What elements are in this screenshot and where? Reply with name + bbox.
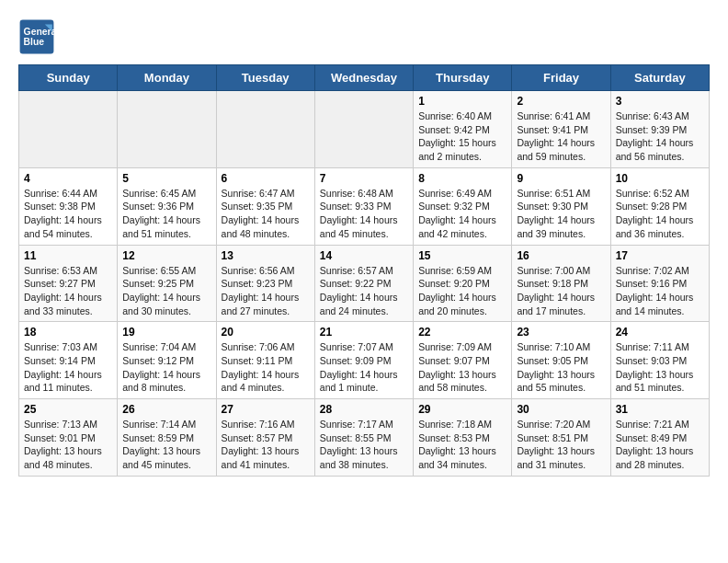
day-number: 23: [517, 326, 605, 339]
calendar-cell: 13Sunrise: 6:56 AM Sunset: 9:23 PM Dayli…: [216, 245, 314, 322]
calendar-cell: 25Sunrise: 7:13 AM Sunset: 9:01 PM Dayli…: [19, 399, 118, 477]
day-number: 25: [24, 403, 112, 416]
day-info: Sunrise: 6:52 AM Sunset: 9:28 PM Dayligh…: [616, 187, 704, 241]
day-info: Sunrise: 7:20 AM Sunset: 8:51 PM Dayligh…: [517, 418, 605, 472]
day-number: 17: [616, 249, 704, 262]
day-number: 13: [222, 249, 310, 262]
calendar-cell: 27Sunrise: 7:16 AM Sunset: 8:57 PM Dayli…: [216, 399, 314, 477]
calendar-cell: [19, 91, 118, 168]
day-number: 5: [122, 172, 210, 185]
weekday-header-tuesday: Tuesday: [216, 65, 314, 91]
day-number: 19: [122, 326, 210, 339]
calendar-cell: 8Sunrise: 6:49 AM Sunset: 9:32 PM Daylig…: [414, 167, 512, 245]
day-number: 3: [616, 95, 704, 108]
calendar-week-5: 25Sunrise: 7:13 AM Sunset: 9:01 PM Dayli…: [19, 399, 710, 477]
calendar-cell: 4Sunrise: 6:44 AM Sunset: 9:38 PM Daylig…: [19, 167, 118, 245]
calendar-cell: 17Sunrise: 7:02 AM Sunset: 9:16 PM Dayli…: [610, 245, 709, 322]
calendar-week-3: 11Sunrise: 6:53 AM Sunset: 9:27 PM Dayli…: [19, 245, 710, 322]
day-number: 20: [222, 326, 310, 339]
day-number: 12: [122, 249, 210, 262]
day-info: Sunrise: 7:17 AM Sunset: 8:55 PM Dayligh…: [320, 418, 408, 472]
day-info: Sunrise: 6:55 AM Sunset: 9:25 PM Dayligh…: [122, 264, 210, 318]
calendar-cell: 10Sunrise: 6:52 AM Sunset: 9:28 PM Dayli…: [610, 167, 709, 245]
weekday-header-friday: Friday: [512, 65, 610, 91]
day-number: 26: [122, 403, 210, 416]
day-number: 16: [517, 249, 605, 262]
day-info: Sunrise: 7:16 AM Sunset: 8:57 PM Dayligh…: [222, 418, 310, 472]
logo: General Blue: [18, 18, 59, 55]
day-number: 15: [418, 249, 506, 262]
weekday-header-monday: Monday: [118, 65, 216, 91]
day-info: Sunrise: 7:07 AM Sunset: 9:09 PM Dayligh…: [320, 340, 408, 395]
day-number: 10: [616, 172, 704, 185]
logo-icon: General Blue: [18, 18, 55, 55]
day-info: Sunrise: 6:47 AM Sunset: 9:35 PM Dayligh…: [222, 187, 310, 241]
calendar-cell: [314, 91, 413, 168]
day-number: 24: [616, 326, 704, 339]
calendar-cell: 1Sunrise: 6:40 AM Sunset: 9:42 PM Daylig…: [414, 91, 512, 168]
calendar-cell: 30Sunrise: 7:20 AM Sunset: 8:51 PM Dayli…: [512, 399, 610, 477]
day-info: Sunrise: 7:13 AM Sunset: 9:01 PM Dayligh…: [24, 418, 112, 472]
day-info: Sunrise: 7:04 AM Sunset: 9:12 PM Dayligh…: [122, 340, 210, 395]
calendar-table: SundayMondayTuesdayWednesdayThursdayFrid…: [18, 64, 710, 477]
weekday-header-sunday: Sunday: [19, 65, 118, 91]
calendar-cell: 24Sunrise: 7:11 AM Sunset: 9:03 PM Dayli…: [610, 322, 709, 399]
day-info: Sunrise: 7:02 AM Sunset: 9:16 PM Dayligh…: [616, 264, 704, 318]
calendar-cell: 3Sunrise: 6:43 AM Sunset: 9:39 PM Daylig…: [610, 91, 709, 168]
calendar-cell: 16Sunrise: 7:00 AM Sunset: 9:18 PM Dayli…: [512, 245, 610, 322]
day-info: Sunrise: 6:49 AM Sunset: 9:32 PM Dayligh…: [418, 187, 506, 241]
day-number: 14: [320, 249, 408, 262]
calendar-cell: 26Sunrise: 7:14 AM Sunset: 8:59 PM Dayli…: [118, 399, 216, 477]
calendar-cell: 2Sunrise: 6:41 AM Sunset: 9:41 PM Daylig…: [512, 91, 610, 168]
day-info: Sunrise: 6:43 AM Sunset: 9:39 PM Dayligh…: [616, 109, 704, 164]
day-number: 1: [418, 95, 506, 108]
calendar-cell: 21Sunrise: 7:07 AM Sunset: 9:09 PM Dayli…: [314, 322, 413, 399]
day-number: 4: [24, 172, 112, 185]
calendar-week-4: 18Sunrise: 7:03 AM Sunset: 9:14 PM Dayli…: [19, 322, 710, 399]
day-info: Sunrise: 7:10 AM Sunset: 9:05 PM Dayligh…: [517, 340, 605, 395]
calendar-cell: 9Sunrise: 6:51 AM Sunset: 9:30 PM Daylig…: [512, 167, 610, 245]
calendar-cell: 15Sunrise: 6:59 AM Sunset: 9:20 PM Dayli…: [414, 245, 512, 322]
calendar-cell: 5Sunrise: 6:45 AM Sunset: 9:36 PM Daylig…: [118, 167, 216, 245]
calendar-cell: 19Sunrise: 7:04 AM Sunset: 9:12 PM Dayli…: [118, 322, 216, 399]
day-info: Sunrise: 7:09 AM Sunset: 9:07 PM Dayligh…: [418, 340, 506, 395]
calendar-cell: 7Sunrise: 6:48 AM Sunset: 9:33 PM Daylig…: [314, 167, 413, 245]
calendar-cell: 18Sunrise: 7:03 AM Sunset: 9:14 PM Dayli…: [19, 322, 118, 399]
day-number: 22: [418, 326, 506, 339]
day-info: Sunrise: 7:18 AM Sunset: 8:53 PM Dayligh…: [418, 418, 506, 472]
day-info: Sunrise: 6:53 AM Sunset: 9:27 PM Dayligh…: [24, 264, 112, 318]
day-number: 9: [517, 172, 605, 185]
day-number: 11: [24, 249, 112, 262]
calendar-cell: 11Sunrise: 6:53 AM Sunset: 9:27 PM Dayli…: [19, 245, 118, 322]
calendar-week-2: 4Sunrise: 6:44 AM Sunset: 9:38 PM Daylig…: [19, 167, 710, 245]
day-info: Sunrise: 7:21 AM Sunset: 8:49 PM Dayligh…: [616, 418, 704, 472]
calendar-cell: 31Sunrise: 7:21 AM Sunset: 8:49 PM Dayli…: [610, 399, 709, 477]
day-number: 30: [517, 403, 605, 416]
day-info: Sunrise: 7:06 AM Sunset: 9:11 PM Dayligh…: [222, 340, 310, 395]
day-number: 28: [320, 403, 408, 416]
day-number: 29: [418, 403, 506, 416]
day-info: Sunrise: 6:51 AM Sunset: 9:30 PM Dayligh…: [517, 187, 605, 241]
svg-text:Blue: Blue: [24, 37, 45, 47]
calendar-cell: 20Sunrise: 7:06 AM Sunset: 9:11 PM Dayli…: [216, 322, 314, 399]
calendar-week-1: 1Sunrise: 6:40 AM Sunset: 9:42 PM Daylig…: [19, 91, 710, 168]
day-info: Sunrise: 6:56 AM Sunset: 9:23 PM Dayligh…: [222, 264, 310, 318]
day-number: 7: [320, 172, 408, 185]
weekday-header-wednesday: Wednesday: [314, 65, 413, 91]
calendar-cell: 6Sunrise: 6:47 AM Sunset: 9:35 PM Daylig…: [216, 167, 314, 245]
day-info: Sunrise: 6:45 AM Sunset: 9:36 PM Dayligh…: [122, 187, 210, 241]
day-info: Sunrise: 6:48 AM Sunset: 9:33 PM Dayligh…: [320, 187, 408, 241]
weekday-header-thursday: Thursday: [414, 65, 512, 91]
calendar-cell: 28Sunrise: 7:17 AM Sunset: 8:55 PM Dayli…: [314, 399, 413, 477]
day-info: Sunrise: 6:57 AM Sunset: 9:22 PM Dayligh…: [320, 264, 408, 318]
page-header: General Blue: [18, 18, 710, 55]
day-number: 6: [222, 172, 310, 185]
calendar-cell: 22Sunrise: 7:09 AM Sunset: 9:07 PM Dayli…: [414, 322, 512, 399]
day-info: Sunrise: 7:14 AM Sunset: 8:59 PM Dayligh…: [122, 418, 210, 472]
calendar-cell: [216, 91, 314, 168]
day-info: Sunrise: 6:59 AM Sunset: 9:20 PM Dayligh…: [418, 264, 506, 318]
calendar-cell: 23Sunrise: 7:10 AM Sunset: 9:05 PM Dayli…: [512, 322, 610, 399]
day-info: Sunrise: 6:41 AM Sunset: 9:41 PM Dayligh…: [517, 109, 605, 164]
weekday-header-row: SundayMondayTuesdayWednesdayThursdayFrid…: [19, 65, 710, 91]
weekday-header-saturday: Saturday: [610, 65, 709, 91]
